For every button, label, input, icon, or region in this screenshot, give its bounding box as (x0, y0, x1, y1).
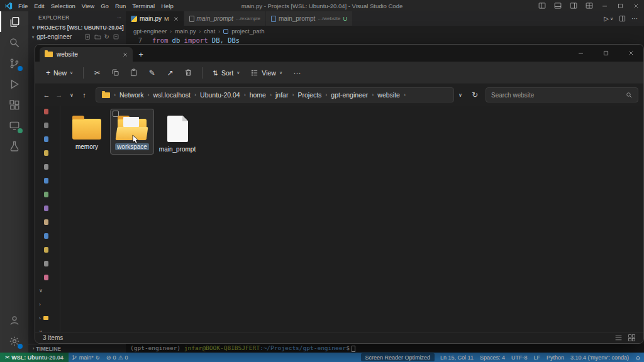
maximize-icon[interactable] (593, 45, 618, 62)
large-icons-view-icon[interactable] (628, 334, 636, 342)
crumb[interactable]: gpt-engineer (331, 91, 368, 99)
close-window-icon[interactable] (628, 0, 644, 11)
menu-terminal[interactable]: Terminal (129, 3, 158, 9)
copy-icon[interactable] (106, 65, 125, 81)
back-icon[interactable]: ← (40, 88, 53, 102)
view-button[interactable]: View ∨ (245, 66, 288, 80)
minimize-icon[interactable] (568, 45, 593, 62)
problems-indicator[interactable]: ⊘0 ⚠0 (103, 353, 131, 362)
menu-go[interactable]: Go (97, 3, 112, 9)
sidebar-section-projects[interactable]: ∨ PROJECTS [WSL: UBUNTU-20.04] (28, 23, 126, 32)
toggle-secondary-sidebar-icon[interactable] (565, 0, 581, 11)
new-folder-icon[interactable] (94, 33, 101, 40)
new-button[interactable]: + New ∨ (40, 65, 79, 80)
crumb[interactable]: website (377, 91, 400, 99)
menu-view[interactable]: View (79, 3, 97, 9)
explorer-icon[interactable] (0, 11, 28, 32)
terminal-panel[interactable]: (gpt-engineer) jnfar@BOOK-Q8IBSJFERT:~/P… (126, 344, 644, 353)
git-branch[interactable]: main* ↻ (69, 353, 103, 362)
nav-item-icon[interactable] (44, 261, 48, 266)
nav-item-icon[interactable] (44, 164, 48, 170)
refresh-icon[interactable]: ↻ (468, 88, 482, 102)
address-dropdown-icon[interactable]: ∨ (454, 88, 467, 102)
breadcrumb-item[interactable]: chat (204, 28, 215, 35)
collapse-all-icon[interactable] (113, 33, 119, 40)
sidebar-section-timeline[interactable]: › TIMELINE (28, 344, 126, 353)
run-python-file-button[interactable]: ▷∨ (604, 15, 613, 22)
editor-more-icon[interactable]: ··· (631, 15, 638, 22)
toggle-sidebar-icon[interactable] (534, 0, 550, 11)
close-window-icon[interactable] (618, 45, 643, 62)
customize-layout-icon[interactable] (581, 0, 597, 11)
crumb[interactable]: Network (119, 91, 144, 99)
breadcrumb-item[interactable]: gpt-engineer (133, 28, 167, 35)
crumb[interactable]: wsl.localhost (153, 91, 191, 99)
share-icon[interactable]: ↗ (161, 65, 179, 81)
sidebar-item-gpt-engineer[interactable]: ∨ gpt-engineer ↻ (28, 32, 126, 41)
tab-main-prompt-example[interactable]: main_prompt .../example (184, 11, 267, 26)
file-item-main-prompt[interactable]: main_prompt (156, 109, 199, 156)
tab-main-py[interactable]: main.py M (126, 11, 184, 26)
nav-item-icon[interactable] (44, 136, 48, 142)
screen-reader-indicator[interactable]: Screen Reader Optimized (361, 353, 435, 361)
more-options-icon[interactable]: ··· (288, 65, 306, 81)
settings-gear-icon[interactable] (0, 331, 28, 351)
menu-file[interactable]: File (15, 3, 31, 9)
sidebar-more-icon[interactable]: ··· (117, 14, 121, 21)
notifications-bell-icon[interactable] (632, 353, 644, 362)
maximize-icon[interactable] (613, 0, 628, 11)
new-file-icon[interactable] (84, 33, 91, 40)
delete-icon[interactable] (179, 65, 197, 81)
python-interpreter[interactable]: 3.10.4 ('myenv': conda) (567, 353, 632, 362)
nav-item-icon[interactable] (44, 109, 48, 114)
new-tab-button[interactable]: + (133, 47, 149, 62)
rename-icon[interactable]: ✎ (143, 65, 161, 81)
sort-button[interactable]: ⇅ Sort ∨ (207, 66, 245, 80)
cursor-position[interactable]: Ln 15, Col 11 (437, 353, 477, 362)
cut-icon[interactable]: ✂ (88, 65, 106, 81)
file-item-memory[interactable]: memory (65, 109, 108, 154)
tab-main-prompt-website[interactable]: main_prompt .../website U (266, 11, 353, 26)
explorer-tab-website[interactable]: website (40, 47, 133, 62)
details-view-icon[interactable] (614, 334, 623, 342)
nav-item-icon[interactable] (44, 247, 48, 253)
breadcrumb-item[interactable]: project_path (231, 28, 264, 35)
up-icon[interactable]: ↑ (78, 88, 91, 102)
account-icon[interactable] (0, 310, 28, 331)
source-control-icon[interactable] (0, 53, 28, 74)
close-tab-icon[interactable] (174, 16, 179, 21)
close-tab-icon[interactable] (123, 52, 128, 57)
nav-item-icon[interactable] (44, 178, 48, 184)
menu-selection[interactable]: Selection (48, 3, 79, 9)
remote-indicator[interactable]: >< WSL: Ubuntu-20.04 (0, 353, 69, 362)
search-icon[interactable] (0, 32, 28, 53)
run-debug-icon[interactable] (0, 74, 28, 94)
crumb[interactable]: Projects (297, 91, 321, 99)
crumb[interactable]: jnfar (275, 91, 288, 99)
nav-item-icon[interactable] (44, 233, 48, 239)
nav-item-icon[interactable] (44, 150, 48, 156)
eol-indicator[interactable]: LF (530, 353, 543, 362)
remote-explorer-icon[interactable] (0, 115, 28, 136)
extensions-icon[interactable] (0, 94, 28, 115)
nav-item-icon[interactable] (44, 123, 48, 128)
crumb[interactable]: Ubuntu-20.04 (200, 91, 240, 99)
menu-edit[interactable]: Edit (31, 3, 47, 9)
file-item-workspace[interactable]: workspace (111, 109, 153, 154)
minimize-icon[interactable] (597, 0, 613, 11)
nav-item-icon[interactable] (44, 275, 48, 280)
search-box[interactable] (486, 87, 638, 102)
indentation[interactable]: Spaces: 4 (477, 353, 508, 362)
menu-help[interactable]: Help (158, 3, 177, 9)
language-mode[interactable]: Python (543, 353, 567, 362)
tree-item[interactable]: › (35, 311, 60, 325)
refresh-icon[interactable]: ↻ (104, 33, 109, 40)
nav-item-icon[interactable] (44, 192, 48, 197)
breadcrumb-item[interactable]: main.py (175, 28, 196, 35)
address-breadcrumb[interactable]: ›Network ›wsl.localhost ›Ubuntu-20.04 ›h… (96, 87, 454, 102)
menu-run[interactable]: Run (112, 3, 129, 9)
forward-icon[interactable]: → (53, 88, 65, 102)
nav-item-icon[interactable] (44, 206, 48, 211)
crumb[interactable]: home (250, 91, 266, 99)
nav-item-icon[interactable] (44, 219, 48, 225)
